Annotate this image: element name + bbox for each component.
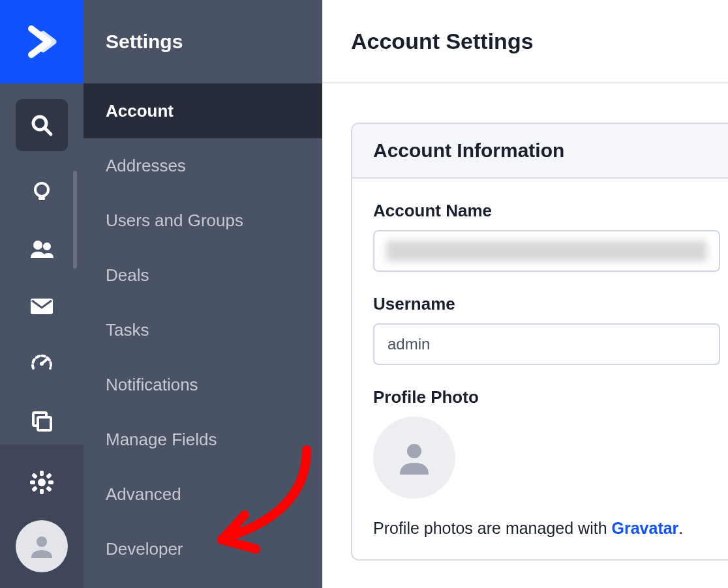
- rail-gauge[interactable]: [16, 338, 68, 390]
- profile-photo-label: Profile Photo: [373, 387, 720, 407]
- username-label: Username: [373, 294, 720, 314]
- card-title: Account Information: [352, 124, 728, 179]
- sidebar-item-label: Account: [106, 101, 174, 121]
- rail-envelope[interactable]: [16, 280, 68, 332]
- svg-point-4: [33, 241, 42, 250]
- svg-rect-3: [38, 197, 45, 200]
- svg-point-20: [37, 537, 47, 547]
- sidebar-item-label: Addresses: [106, 156, 186, 176]
- rail-lower: [0, 445, 83, 588]
- profile-photo-placeholder[interactable]: [373, 417, 455, 499]
- logo[interactable]: [0, 0, 83, 83]
- rail-scrollbar[interactable]: [73, 171, 77, 269]
- sidebar-item-label: Notifications: [106, 375, 198, 395]
- account-name-label: Account Name: [373, 201, 720, 221]
- rail-avatar[interactable]: [16, 520, 68, 572]
- sidebar-item-addresses[interactable]: Addresses: [83, 138, 322, 193]
- svg-line-8: [42, 359, 47, 364]
- redacted-mask: [386, 241, 707, 261]
- account-info-card: Account Information Account Name Usernam…: [351, 123, 728, 561]
- svg-rect-19: [31, 486, 38, 492]
- settings-sidebar: Settings Account Addresses Users and Gro…: [83, 0, 322, 588]
- svg-rect-13: [40, 489, 44, 494]
- gauge-icon: [29, 351, 54, 376]
- rail-people[interactable]: [16, 223, 68, 275]
- rail-search[interactable]: [16, 99, 68, 151]
- icon-rail: [0, 0, 83, 588]
- sidebar-item-users-groups[interactable]: Users and Groups: [83, 193, 322, 248]
- sidebar-item-label: Advanced: [106, 484, 181, 505]
- sidebar-title: Settings: [83, 0, 322, 83]
- sidebar-item-account[interactable]: Account: [83, 83, 322, 138]
- sidebar-item-label: Users and Groups: [106, 211, 243, 231]
- sidebar-item-label: Developer: [106, 539, 183, 559]
- sidebar-item-label: Manage Fields: [106, 430, 217, 450]
- svg-rect-18: [46, 473, 52, 479]
- svg-rect-12: [40, 471, 44, 476]
- svg-rect-15: [48, 480, 53, 484]
- svg-point-21: [407, 444, 421, 458]
- rail-copy[interactable]: [16, 395, 68, 447]
- people-icon: [29, 237, 55, 261]
- profile-photo-help: Profile photos are managed with Gravatar…: [373, 517, 720, 540]
- svg-point-5: [43, 243, 51, 250]
- svg-rect-17: [46, 486, 52, 492]
- lightbulb-icon: [30, 180, 53, 203]
- brand-chevron-icon: [22, 22, 61, 61]
- copy-icon: [30, 409, 53, 433]
- sidebar-item-label: Tasks: [106, 320, 149, 340]
- search-icon: [29, 112, 55, 138]
- sidebar-item-label: Deals: [106, 265, 149, 286]
- rail-lightbulb[interactable]: [16, 166, 68, 218]
- gravatar-link[interactable]: Gravatar: [612, 519, 679, 537]
- gear-icon: [29, 469, 55, 495]
- svg-rect-16: [31, 473, 38, 479]
- person-icon: [393, 437, 435, 478]
- svg-rect-14: [30, 480, 35, 484]
- envelope-icon: [29, 296, 55, 317]
- sidebar-item-developer[interactable]: Developer: [83, 522, 322, 576]
- sidebar-item-manage-fields[interactable]: Manage Fields: [83, 412, 322, 467]
- username-input[interactable]: [373, 323, 720, 365]
- sidebar-item-notifications[interactable]: Notifications: [83, 357, 322, 412]
- svg-point-11: [38, 478, 46, 486]
- help-suffix: .: [678, 519, 683, 537]
- main-header: Account Settings: [322, 0, 728, 83]
- svg-point-2: [35, 183, 48, 196]
- svg-rect-10: [38, 417, 51, 430]
- rail-gear[interactable]: [16, 456, 68, 508]
- sidebar-item-deals[interactable]: Deals: [83, 248, 322, 302]
- sidebar-item-advanced[interactable]: Advanced: [83, 467, 322, 522]
- main-content: Account Settings Account Information Acc…: [322, 0, 728, 588]
- svg-line-1: [45, 128, 51, 134]
- person-icon: [27, 532, 56, 561]
- page-title: Account Settings: [351, 29, 534, 54]
- help-prefix: Profile photos are managed with: [373, 519, 612, 537]
- sidebar-item-tasks[interactable]: Tasks: [83, 302, 322, 357]
